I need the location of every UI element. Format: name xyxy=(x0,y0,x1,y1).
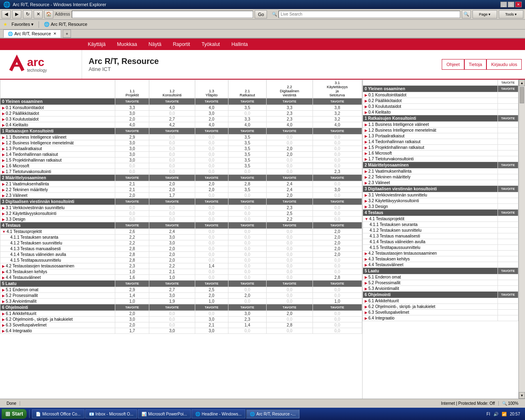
right-row-3-0[interactable]: ▶3.1 Verkkoviestinnän suunnittelu xyxy=(363,192,518,198)
right-row-1-0[interactable]: ▶1.1 Business Intelligence välineet xyxy=(363,122,518,128)
menu-tyokalut[interactable]: Työkalut xyxy=(199,41,222,48)
table-row-0.2[interactable]: ▶0.2 Päällikkötaidot3,00,03,00,02,33,2 xyxy=(0,111,362,116)
page-button[interactable]: Tools ▾ xyxy=(499,10,523,18)
table-row-2.3[interactable]: ▶2.3 Välineet2,01,70,00,02,00,0 xyxy=(0,193,362,199)
right-row-2-0[interactable]: ▶2.1 Vaatimuksenhallinta xyxy=(363,169,518,174)
search-input[interactable] xyxy=(278,11,460,18)
table-row-4.1.1[interactable]: 4.1.1 Testauksen seuranta2,23,00,00,00,0… xyxy=(0,235,362,240)
forward-button[interactable]: ▶ xyxy=(12,10,21,18)
table-row-5.1[interactable]: ▶5.1 Enderon omat2,92,72,50,00,00,0 xyxy=(0,287,362,293)
taskbar-app-5[interactable]: 🌐 Arc R/T, Resource -... xyxy=(246,409,299,418)
right-row-4-4[interactable]: 4.1.4 Testaus välineiden avulla xyxy=(363,239,518,245)
menu-muokkaa[interactable]: Muokkaa xyxy=(114,41,139,48)
right-row-1-4[interactable]: ▶1.5 Projektinhallinnan ratkaisut xyxy=(363,145,518,151)
url-input[interactable]: https://rt.arctechno.com/pls/cman2/cm200… xyxy=(72,11,253,18)
table-row-4.4[interactable]: ▶4.4 Testausvälineet1,61,00,00,00,02,8 xyxy=(0,275,362,281)
table-row-1.4[interactable]: ▶1.4 Tiedonhallinnan ratkaisut3,00,00,03… xyxy=(0,152,362,158)
table-row-2.2[interactable]: ▶2.2 Tekninen määrittely2,12,02,03,52,43… xyxy=(0,187,362,193)
right-row-3-2[interactable]: ▶3.3 Design xyxy=(363,204,518,210)
back-button[interactable]: ◀ xyxy=(2,10,11,18)
table-row-3.3[interactable]: ▶3.3 Design0,00,00,00,02,20,0 xyxy=(0,217,362,222)
window-controls[interactable]: _ □ ✕ xyxy=(500,2,522,7)
fav-item[interactable]: 🌐 Arc R/T, Resource xyxy=(44,22,87,27)
table-row-6.4[interactable]: ▶6.4 Integraatio1,73,03,00,00,00,0 xyxy=(0,328,362,334)
right-row-5-2[interactable]: ▶5.3 Arviointimallit xyxy=(363,286,518,292)
tietoja-button[interactable]: Tietoja xyxy=(464,59,487,70)
right-row-4-7[interactable]: ▶4.3 Testauksen kehitys xyxy=(363,256,518,262)
right-row-0-2[interactable]: ▶0.3 Koulutustaidot xyxy=(363,104,518,110)
scroll-down[interactable]: ▼ xyxy=(519,392,525,399)
tab-close[interactable]: ✕ xyxy=(53,32,57,36)
home-button[interactable]: 🏠 xyxy=(44,10,53,18)
menu-kayttaja[interactable]: Käyttäjä xyxy=(85,41,108,48)
table-row-4.1.4[interactable]: 4.1.4 Testaus välineiden avulla2,82,00,0… xyxy=(0,252,362,258)
right-row-0-3[interactable]: ▶0.4 Kielitaito xyxy=(363,110,518,115)
ohjeet-button[interactable]: Ohjeet xyxy=(442,59,464,70)
right-row-2-1[interactable]: ▶2.2 Tekninen määrittely xyxy=(363,174,518,180)
right-row-4-0[interactable]: ▼4.1 Testausprojektit xyxy=(363,216,518,222)
table-row-1.6[interactable]: ▶1.6 Microsoft0,00,00,03,50,00,0 xyxy=(0,163,362,169)
scrollbar[interactable]: ▲ ▼ xyxy=(518,80,525,399)
start-button[interactable]: ⊞ Start xyxy=(2,409,27,419)
right-row-5-1[interactable]: ▶5.2 Prosessimallit xyxy=(363,280,518,286)
right-row-2-2[interactable]: ▶2.3 Välineet xyxy=(363,180,518,186)
scroll-up[interactable]: ▲ xyxy=(519,80,525,86)
scroll-thumb[interactable] xyxy=(520,87,524,103)
tools-button[interactable]: Page ▾ xyxy=(472,10,497,18)
right-row-1-6[interactable]: ▶1.7 Tietoturvakonsultointi xyxy=(363,156,518,162)
table-row-1.7[interactable]: ▶1.7 Tietoturvakonsultointi0,00,00,00,00… xyxy=(0,169,362,175)
kirjaudu-ulos-button[interactable]: Kirjaudu ulos xyxy=(486,59,522,70)
table-row-4.1.3[interactable]: 4.1.3 Testaus manuaalisesti2,82,00,00,00… xyxy=(0,246,362,252)
right-row-0-0[interactable]: ▶0.1 Konsultointitaidot xyxy=(363,92,518,98)
table-row-3.1[interactable]: ▶3.1 Verkkoviestinnän suunnittelu0,00,00… xyxy=(0,205,362,211)
scroll-track[interactable] xyxy=(519,86,525,392)
menu-nayta[interactable]: Näytä xyxy=(146,41,164,48)
table-row-4.1.2[interactable]: 4.1.2 Testauksen suunnittelu2,23,00,00,0… xyxy=(0,240,362,246)
table-row-1.3[interactable]: ▶1.3 Portaaliratkaisut3,00,00,03,52,00,0 xyxy=(0,146,362,152)
table-row-4.1.5[interactable]: 4.1.5 Testitapaussuunnittelu2,82,00,00,0… xyxy=(0,258,362,263)
maximize-button[interactable]: □ xyxy=(508,2,514,7)
favorites-button[interactable]: Favorites ▾ xyxy=(11,22,34,27)
right-row-4-5[interactable]: 4.1.5 Testitapaussuunnittelu xyxy=(363,245,518,251)
table-row-1.2[interactable]: ▶1.2 Business Intelligence menetelmät3,0… xyxy=(0,140,362,146)
menu-hallinta[interactable]: Hallinta xyxy=(229,41,250,48)
table-row-2.1[interactable]: ▶2.1 Vaatimuksenhallinta2,12,02,02,82,40… xyxy=(0,181,362,187)
right-row-5-0[interactable]: ▶5.1 Enderon omat xyxy=(363,274,518,280)
refresh-button[interactable]: ↻ xyxy=(23,10,32,18)
table-row-4.3[interactable]: ▶4.3 Testauksen kehitys1,02,10,00,00,00,… xyxy=(0,269,362,275)
taskbar-app-4[interactable]: 🌐 Headline - Windows... xyxy=(192,409,245,418)
table-row-4.2[interactable]: ▶4.2 Testaustasojen testausosaaminen2,32… xyxy=(0,263,362,269)
right-row-6-0[interactable]: ▶6.1 Arkkitehtuurit xyxy=(363,298,518,304)
table-row-0.3[interactable]: ▶0.3 Koulutustaidot2,02,72,03,32,33,2 xyxy=(0,116,362,122)
right-row-3-1[interactable]: ▶3.2 Käytettävyyskonsultointi xyxy=(363,198,518,204)
right-row-0-1[interactable]: ▶0.2 Päällikkötaidot xyxy=(363,98,518,104)
right-row-4-8[interactable]: ▶4.4 Testausvälineet xyxy=(363,262,518,268)
right-row-4-1[interactable]: 4.1.1 Testauksen seuranta xyxy=(363,222,518,228)
go-button[interactable]: Go xyxy=(255,10,267,18)
stop-button[interactable]: ✕ xyxy=(34,10,43,18)
menu-raportit[interactable]: Raportit xyxy=(170,41,192,48)
right-row-6-2[interactable]: ▶6.3 Sovelluspalvelimet xyxy=(363,310,518,315)
minimize-button[interactable]: _ xyxy=(500,2,507,7)
left-panel[interactable]: 1.1Projektit 1.2Konsultointi 1.3Ylläpito… xyxy=(0,80,363,399)
table-row-4.1[interactable]: ▼4.1 Testausprojektit2,62,40,00,00,02,0 xyxy=(0,229,362,235)
table-row-6.2[interactable]: ▶6.2 Ohjelmointi-, skripti- ja hakukiele… xyxy=(0,317,362,322)
taskbar-app-3[interactable]: 📊 Microsoft PowerPoi... xyxy=(138,409,190,418)
table-row-3.2[interactable]: ▶3.2 Käytettävyyskonsultointi0,00,00,00,… xyxy=(0,211,362,217)
right-row-1-5[interactable]: ▶1.6 Microsoft xyxy=(363,151,518,156)
new-tab-button[interactable]: + xyxy=(63,30,71,38)
right-panel[interactable]: TAVOITE 0 Yleinen osaaminenTAVOITE▶0.1 K… xyxy=(363,80,518,399)
right-row-6-3[interactable]: ▶6.4 Integraatio xyxy=(363,315,518,321)
taskbar-app-2[interactable]: 📧 Inbox - Microsoft O... xyxy=(85,409,137,418)
right-row-4-2[interactable]: 4.1.2 Testauksen suunnittelu xyxy=(363,228,518,233)
right-row-1-2[interactable]: ▶1.3 Portaaliratkaisut xyxy=(363,133,518,139)
table-row-1.5[interactable]: ▶1.5 Projektinhallinnan ratkaisut3,00,00… xyxy=(0,158,362,163)
search-icon[interactable]: 🔍 xyxy=(462,10,471,18)
table-row-0.4[interactable]: ▶0.4 Kielitaito4,04,24,04,04,04,0 xyxy=(0,122,362,128)
close-button[interactable]: ✕ xyxy=(515,2,522,7)
table-row-6.1[interactable]: ▶6.1 Arkkitehtuurit2,00,00,03,02,00,0 xyxy=(0,311,362,317)
table-row-5.3[interactable]: ▶5.3 Arviointimallit1,01,91,00,00,01,0 xyxy=(0,299,362,304)
table-row-5.2[interactable]: ▶5.2 Prosessimallit1,43,02,02,00,00,0 xyxy=(0,293,362,299)
table-row-6.3[interactable]: ▶6.3 Sovelluspalvelimet2,00,02,11,42,80,… xyxy=(0,322,362,328)
taskbar-app-1[interactable]: 📄 Microsoft Office Co... xyxy=(32,409,84,418)
